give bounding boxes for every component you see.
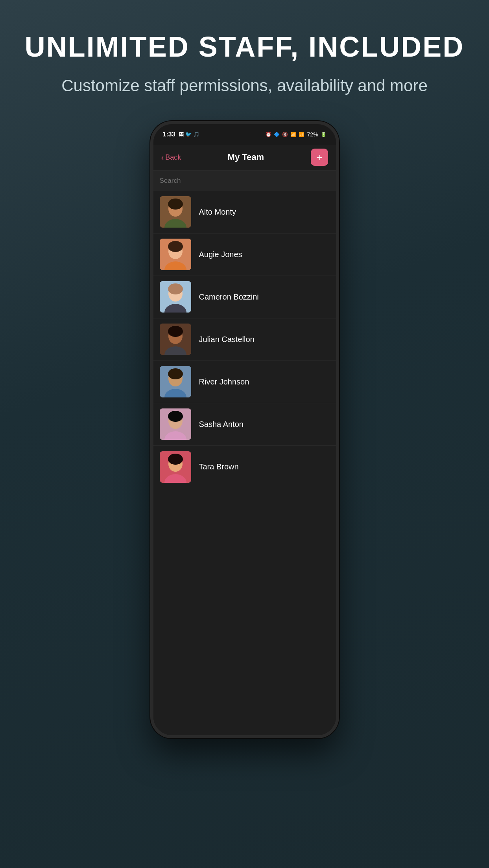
staff-name: Cameron Bozzini [199, 292, 259, 302]
list-item[interactable]: Julian Castellon [153, 318, 336, 361]
svg-point-23 [168, 411, 183, 422]
status-icons-left: 🖼 🐦 🎵 [179, 131, 199, 137]
svg-point-3 [168, 199, 183, 210]
svg-point-27 [168, 454, 183, 465]
list-item[interactable]: Tara Brown [153, 446, 336, 488]
wifi-icon: 📶 [290, 132, 296, 137]
svg-point-7 [168, 241, 183, 252]
list-item[interactable]: Alto Monty [153, 191, 336, 234]
nav-bar: ‹ Back My Team + [153, 145, 336, 171]
avatar [160, 366, 191, 397]
plus-icon: + [316, 152, 322, 162]
search-input[interactable] [160, 177, 330, 185]
staff-name: Sasha Anton [199, 420, 244, 429]
alarm-icon: ⏰ [266, 132, 271, 137]
status-left: 1:33 🖼 🐦 🎵 [163, 131, 199, 138]
battery-icon: 🔋 [321, 132, 327, 137]
bluetooth-icon: 🔷 [274, 132, 280, 137]
staff-name: Tara Brown [199, 462, 239, 471]
svg-point-15 [168, 326, 183, 337]
headline: UNLIMITED STAFF, INCLUDED [25, 31, 465, 63]
avatar [160, 196, 191, 228]
battery-level: 72% [307, 131, 318, 138]
list-item[interactable]: Augie Jones [153, 234, 336, 276]
back-button[interactable]: ‹ Back [161, 153, 181, 162]
staff-name: Alto Monty [199, 208, 236, 217]
add-staff-button[interactable]: + [311, 149, 328, 166]
mute-icon: 🔇 [282, 132, 288, 137]
status-time: 1:33 [163, 131, 175, 138]
status-bar: 1:33 🖼 🐦 🎵 ⏰ 🔷 🔇 📶 📶 72% 🔋 [153, 124, 336, 145]
svg-point-11 [168, 283, 183, 294]
avatar [160, 239, 191, 270]
list-item[interactable]: Cameron Bozzini [153, 276, 336, 318]
staff-name: Julian Castellon [199, 335, 255, 344]
phone-mockup: 1:33 🖼 🐦 🎵 ⏰ 🔷 🔇 📶 📶 72% 🔋 ‹ [150, 121, 339, 742]
search-bar [153, 171, 336, 191]
back-label: Back [165, 153, 181, 162]
signal-icon: 📶 [299, 132, 304, 137]
staff-name: Augie Jones [199, 250, 242, 259]
header-section: UNLIMITED STAFF, INCLUDED Customize staf… [1, 0, 488, 113]
avatar [160, 451, 191, 483]
list-item[interactable]: Sasha Anton [153, 403, 336, 446]
subtitle: Customize staff permissions, availabilit… [25, 74, 465, 97]
status-right: ⏰ 🔷 🔇 📶 📶 72% 🔋 [266, 131, 326, 138]
gallery-icon: 🖼 [179, 131, 184, 137]
staff-list: Alto MontyAugie JonesCameron BozziniJuli… [153, 191, 336, 735]
nav-title: My Team [228, 152, 264, 162]
twitter-icon: 🐦 [185, 131, 192, 137]
staff-name: River Johnson [199, 377, 249, 386]
back-chevron-icon: ‹ [161, 153, 164, 162]
list-item[interactable]: River Johnson [153, 361, 336, 403]
avatar [160, 324, 191, 355]
avatar [160, 281, 191, 313]
spotify-icon: 🎵 [193, 131, 199, 137]
svg-point-19 [168, 368, 183, 379]
phone-shell: 1:33 🖼 🐦 🎵 ⏰ 🔷 🔇 📶 📶 72% 🔋 ‹ [150, 121, 339, 738]
avatar [160, 408, 191, 440]
